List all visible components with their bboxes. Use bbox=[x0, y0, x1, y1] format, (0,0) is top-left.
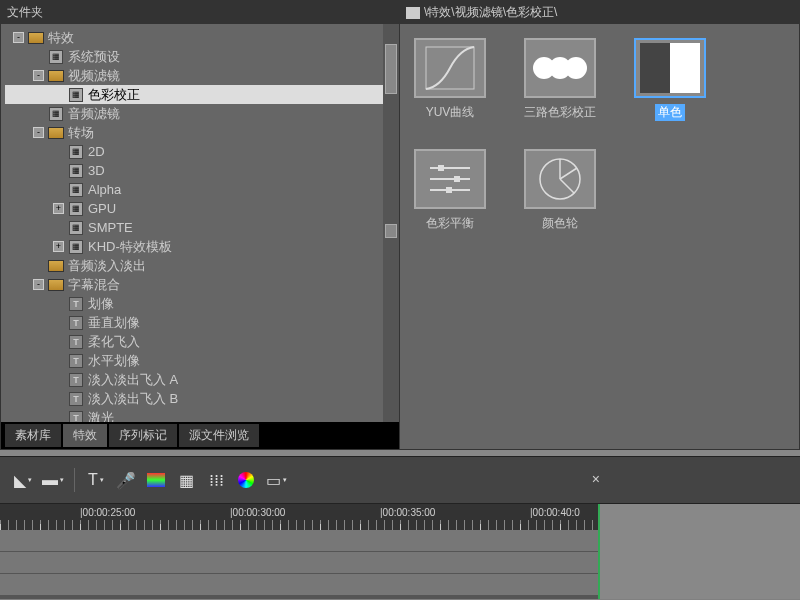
folder-icon bbox=[406, 7, 420, 19]
effect-thumbnail-三路色彩校正[interactable]: 三路色彩校正 bbox=[524, 38, 596, 121]
tree-node-转场[interactable]: -转场 bbox=[5, 123, 395, 142]
tree-node-系统预设[interactable]: ▦系统预设 bbox=[5, 47, 395, 66]
page-icon: ▦ bbox=[69, 202, 83, 216]
tree-node-垂直划像[interactable]: T垂直划像 bbox=[5, 313, 395, 332]
effect-thumbnail-单色[interactable]: 单色 bbox=[634, 38, 706, 121]
track-row[interactable] bbox=[0, 552, 598, 574]
tree-expander bbox=[33, 260, 44, 271]
tree-label: 淡入淡出飞入 A bbox=[88, 371, 178, 389]
panel-title: 文件夹 bbox=[7, 4, 43, 21]
tool-screen-button[interactable]: ▭▾ bbox=[263, 467, 289, 493]
scrollbar-grip[interactable] bbox=[385, 224, 397, 238]
title-icon: T bbox=[69, 392, 83, 406]
left-panel-header: 文件夹 bbox=[1, 1, 399, 24]
toolbar-separator bbox=[74, 468, 75, 492]
tab-源文件浏览[interactable]: 源文件浏览 bbox=[179, 424, 259, 447]
tree-expander[interactable]: - bbox=[33, 70, 44, 81]
tree-node-淡入淡出飞入 B[interactable]: T淡入淡出飞入 B bbox=[5, 389, 395, 408]
svg-rect-14 bbox=[446, 187, 452, 193]
effects-tree[interactable]: -特效▦系统预设-视频滤镜▦色彩校正▦音频滤镜-转场▦2D▦3D▦Alpha+▦… bbox=[1, 24, 399, 422]
tool-color-button[interactable] bbox=[143, 467, 169, 493]
timeline: |00:00:25:00|00:00:30:00|00:00:35:00|00:… bbox=[0, 504, 800, 599]
thumbnail-label: 三路色彩校正 bbox=[524, 104, 596, 121]
title-icon: T bbox=[69, 316, 83, 330]
tree-label: 特效 bbox=[48, 29, 74, 47]
ruler-timecode: |00:00:35:00 bbox=[380, 507, 435, 518]
tool-grid-button[interactable]: ▦ bbox=[173, 467, 199, 493]
track-row[interactable] bbox=[0, 574, 598, 596]
page-icon: ▦ bbox=[49, 107, 63, 121]
tree-expander bbox=[53, 165, 64, 176]
tool-mixer-button[interactable]: ⁞⁞⁞ bbox=[203, 467, 229, 493]
tree-node-GPU[interactable]: +▦GPU bbox=[5, 199, 395, 218]
tree-label: GPU bbox=[88, 201, 116, 216]
tree-expander[interactable]: - bbox=[33, 279, 44, 290]
page-icon: ▦ bbox=[49, 50, 63, 64]
tool-mic-button[interactable]: 🎤 bbox=[113, 467, 139, 493]
svg-rect-12 bbox=[454, 176, 460, 182]
tree-node-2D[interactable]: ▦2D bbox=[5, 142, 395, 161]
title-icon: T bbox=[69, 411, 83, 423]
tree-label: 系统预设 bbox=[68, 48, 120, 66]
tree-node-音频淡入淡出[interactable]: 音频淡入淡出 bbox=[5, 256, 395, 275]
tree-node-淡入淡出飞入 A[interactable]: T淡入淡出飞入 A bbox=[5, 370, 395, 389]
grid-icon: ▦ bbox=[179, 471, 194, 490]
tree-node-Alpha[interactable]: ▦Alpha bbox=[5, 180, 395, 199]
effect-thumbnail-色彩平衡[interactable]: 色彩平衡 bbox=[414, 149, 486, 232]
thumbnail-label: YUV曲线 bbox=[426, 104, 475, 121]
tree-node-激光[interactable]: T激光 bbox=[5, 408, 395, 422]
thumbnail-preview bbox=[524, 38, 596, 98]
thumbnail-label: 色彩平衡 bbox=[426, 215, 474, 232]
tool-mark-button[interactable]: ▬▾ bbox=[40, 467, 66, 493]
tree-expander[interactable]: + bbox=[53, 203, 64, 214]
svg-point-5 bbox=[565, 57, 587, 79]
right-panel-header: \特效\视频滤镜\色彩校正\ bbox=[400, 1, 799, 24]
tree-node-柔化飞入[interactable]: T柔化飞入 bbox=[5, 332, 395, 351]
tree-node-音频滤镜[interactable]: ▦音频滤镜 bbox=[5, 104, 395, 123]
title-icon: T bbox=[69, 354, 83, 368]
tree-expander[interactable]: + bbox=[53, 241, 64, 252]
effect-thumbnail-颜色轮[interactable]: 颜色轮 bbox=[524, 149, 596, 232]
folder-icon bbox=[48, 260, 64, 272]
effect-thumbnail-YUV曲线[interactable]: YUV曲线 bbox=[414, 38, 486, 121]
effects-tree-panel: 文件夹 -特效▦系统预设-视频滤镜▦色彩校正▦音频滤镜-转场▦2D▦3D▦Alp… bbox=[0, 0, 400, 450]
close-button[interactable]: × bbox=[592, 471, 600, 487]
tree-label: 视频滤镜 bbox=[68, 67, 120, 85]
tool-cut-button[interactable]: ◣▾ bbox=[10, 467, 36, 493]
tree-node-KHD-特效模板[interactable]: +▦KHD-特效模板 bbox=[5, 237, 395, 256]
tree-node-SMPTE[interactable]: ▦SMPTE bbox=[5, 218, 395, 237]
mic-icon: 🎤 bbox=[116, 471, 136, 490]
tree-expander bbox=[53, 355, 64, 366]
tree-expander bbox=[53, 298, 64, 309]
tree-expander[interactable]: - bbox=[13, 32, 24, 43]
page-icon: ▦ bbox=[69, 88, 83, 102]
tree-label: KHD-特效模板 bbox=[88, 238, 172, 256]
tree-expander bbox=[53, 89, 64, 100]
tab-序列标记[interactable]: 序列标记 bbox=[109, 424, 177, 447]
tree-expander[interactable]: - bbox=[33, 127, 44, 138]
tree-expander bbox=[53, 317, 64, 328]
tree-node-字幕混合[interactable]: -字幕混合 bbox=[5, 275, 395, 294]
timeline-tracks[interactable]: |00:00:25:00|00:00:30:00|00:00:35:00|00:… bbox=[0, 504, 600, 599]
page-icon: ▦ bbox=[69, 164, 83, 178]
tree-label: 划像 bbox=[88, 295, 114, 313]
scrollbar-thumb[interactable] bbox=[385, 44, 397, 94]
tab-素材库[interactable]: 素材库 bbox=[5, 424, 61, 447]
tree-node-水平划像[interactable]: T水平划像 bbox=[5, 351, 395, 370]
tree-node-划像[interactable]: T划像 bbox=[5, 294, 395, 313]
tab-特效[interactable]: 特效 bbox=[63, 424, 107, 447]
tree-label: 音频滤镜 bbox=[68, 105, 120, 123]
tree-node-色彩校正[interactable]: ▦色彩校正 bbox=[5, 85, 395, 104]
folder-icon bbox=[28, 32, 44, 44]
tool-text-button[interactable]: T▾ bbox=[83, 467, 109, 493]
tree-label: 字幕混合 bbox=[68, 276, 120, 294]
tool-wheel-button[interactable] bbox=[233, 467, 259, 493]
thumbnail-preview bbox=[634, 38, 706, 98]
tree-node-3D[interactable]: ▦3D bbox=[5, 161, 395, 180]
track-row[interactable] bbox=[0, 530, 598, 552]
timeline-ruler[interactable]: |00:00:25:00|00:00:30:00|00:00:35:00|00:… bbox=[0, 504, 598, 530]
tree-scrollbar[interactable] bbox=[383, 24, 399, 422]
tree-node-特效[interactable]: -特效 bbox=[5, 28, 395, 47]
tree-label: 水平划像 bbox=[88, 352, 140, 370]
tree-node-视频滤镜[interactable]: -视频滤镜 bbox=[5, 66, 395, 85]
